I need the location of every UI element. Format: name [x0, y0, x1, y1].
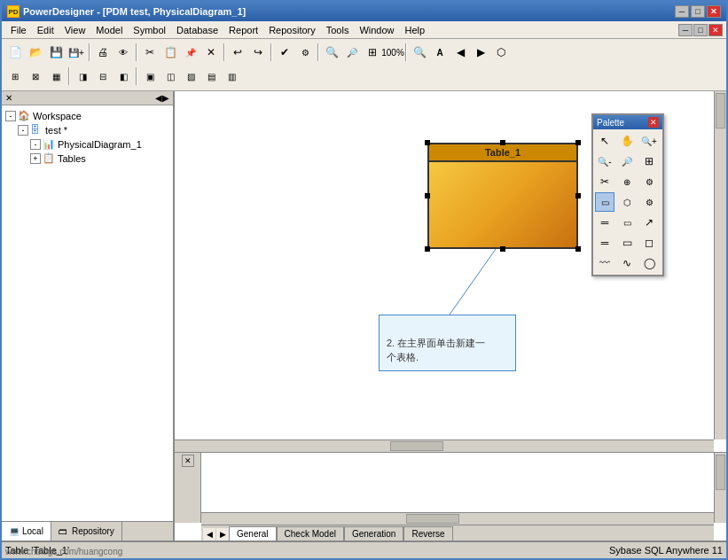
inner-close-button[interactable]: ✕ — [708, 24, 723, 36]
tb2-btn2[interactable]: ⊠ — [26, 66, 45, 86]
palette-cut-tool[interactable]: ✂ — [595, 172, 614, 191]
tb-print-button[interactable]: 🖨 — [93, 43, 113, 62]
tab-check-model[interactable]: Check Model — [277, 526, 344, 541]
tb2-btn5[interactable]: ⊟ — [93, 66, 113, 86]
tb2-btn11[interactable]: ▥ — [222, 66, 241, 86]
sidebar-close-btn[interactable]: ✕ — [5, 93, 12, 103]
test-expander[interactable]: - — [18, 125, 28, 136]
palette-zoom-out-tool[interactable]: 🔍- — [595, 152, 614, 171]
tb-zoom-percent-button[interactable]: 100% — [383, 43, 403, 62]
tab-reverse[interactable]: Reverse — [403, 526, 452, 541]
inner-maximize-button[interactable]: □ — [693, 24, 708, 36]
tb-save-all-button[interactable]: 💾+ — [67, 43, 86, 62]
tb-save-button[interactable]: 💾 — [46, 43, 66, 62]
handle-bm[interactable] — [500, 246, 505, 252]
tb-fit-button[interactable]: ⊞ — [363, 43, 382, 62]
window-maximize-button[interactable]: □ — [691, 5, 705, 18]
sidebar-tab-local[interactable]: 💻 Local — [2, 522, 51, 541]
palette-zoom-in-tool[interactable]: 🔍+ — [639, 131, 659, 151]
menu-window[interactable]: Window — [354, 23, 399, 37]
tb-cut-button[interactable]: ✂ — [140, 43, 160, 62]
tables-expander[interactable]: + — [30, 153, 41, 164]
canvas-scroll-h[interactable] — [175, 439, 714, 452]
palette-line-tool[interactable]: ═ — [595, 233, 614, 253]
tb-find-button[interactable]: 🔍 — [410, 43, 429, 62]
menu-file[interactable]: File — [5, 23, 32, 37]
palette-settings-tool[interactable]: ⚙ — [639, 172, 659, 191]
palette-curve-tool[interactable]: 〰 — [595, 253, 614, 273]
palette-wave-tool[interactable]: ∿ — [617, 253, 637, 273]
window-close-button[interactable]: ✕ — [707, 5, 721, 18]
palette-pointer-tool[interactable]: ↖ — [595, 131, 614, 151]
palette-folder-tool[interactable]: ▭ — [617, 213, 637, 232]
palette-box-tool[interactable]: ═ — [595, 213, 614, 232]
tb2-btn9[interactable]: ▧ — [181, 66, 200, 86]
tb-zoom-in-button[interactable]: 🔍 — [322, 43, 341, 62]
canvas-hscroll-thumb[interactable] — [390, 441, 443, 451]
tb-zoom-out-button[interactable]: 🔎 — [342, 43, 362, 62]
menu-database[interactable]: Database — [171, 23, 223, 37]
inner-minimize-button[interactable]: ─ — [678, 24, 693, 36]
sidebar-tab-repository[interactable]: 🗃 Repository — [51, 522, 122, 541]
tree-tables[interactable]: + 📋 Tables — [5, 152, 169, 166]
tb-preview-button[interactable]: 👁 — [114, 43, 133, 62]
palette-arrow-tool[interactable]: ↗ — [639, 213, 659, 232]
menu-view[interactable]: View — [59, 23, 91, 37]
palette-hand-tool[interactable]: ✋ — [617, 131, 637, 151]
lower-vscroll-thumb[interactable] — [716, 455, 725, 490]
handle-tm[interactable] — [500, 140, 505, 145]
canvas-vscroll-thumb[interactable] — [716, 93, 725, 128]
tab-scroll-right[interactable]: ▶ — [216, 528, 229, 541]
palette-copy-tool[interactable]: ⊕ — [617, 172, 637, 191]
tb2-btn6[interactable]: ◧ — [114, 66, 133, 86]
menu-edit[interactable]: Edit — [32, 23, 59, 37]
palette-box2-tool[interactable]: ◻ — [639, 233, 659, 253]
tb-open-button[interactable]: 📂 — [26, 43, 45, 62]
handle-tl[interactable] — [425, 140, 430, 145]
tb-check-button[interactable]: ✔ — [275, 43, 294, 62]
tb-redo-button[interactable]: ↪ — [248, 43, 268, 62]
menu-model[interactable]: Model — [90, 23, 128, 37]
palette-grid-tool[interactable]: ⊞ — [639, 152, 659, 171]
menu-report[interactable]: Report — [223, 23, 263, 37]
tb-copy-button[interactable]: 📋 — [160, 43, 180, 62]
menu-repository[interactable]: Repository — [263, 23, 321, 37]
tb2-btn7[interactable]: ▣ — [140, 66, 160, 86]
lower-scroll-v[interactable] — [714, 453, 726, 523]
tb2-btn3[interactable]: ▦ — [46, 66, 66, 86]
window-minimize-button[interactable]: ─ — [675, 5, 689, 18]
palette-close-button[interactable]: ✕ — [648, 117, 659, 128]
tree-diagram[interactable]: - 📊 PhysicalDiagram_1 — [5, 137, 169, 152]
tb-generate-button[interactable]: ⚙ — [295, 43, 315, 62]
palette-rect-tool[interactable]: ▭ — [617, 233, 637, 253]
tab-generation[interactable]: Generation — [344, 526, 403, 541]
tb2-btn4[interactable]: ◨ — [73, 66, 92, 86]
palette-ellipse-tool[interactable]: ◯ — [639, 253, 659, 273]
tb-delete-button[interactable]: ✕ — [201, 43, 221, 62]
menu-help[interactable]: Help — [400, 23, 431, 37]
sidebar-resize-btn[interactable]: ◀▶ — [155, 93, 169, 103]
lower-hscroll[interactable] — [201, 512, 714, 525]
tree-workspace[interactable]: - 🏠 Workspace — [5, 109, 169, 123]
tree-test[interactable]: - 🗄 test * — [5, 123, 169, 137]
tb2-btn8[interactable]: ◫ — [160, 66, 180, 86]
tb-extra-button[interactable]: ⬡ — [491, 43, 511, 62]
tb-font-button[interactable]: A — [430, 43, 450, 62]
menu-tools[interactable]: Tools — [321, 23, 355, 37]
handle-ml[interactable] — [425, 193, 430, 198]
tb-undo-button[interactable]: ↩ — [228, 43, 247, 62]
handle-mr[interactable] — [575, 193, 581, 198]
menu-symbol[interactable]: Symbol — [128, 23, 171, 37]
tb-forward-button[interactable]: ▶ — [471, 43, 490, 62]
lower-close-btn[interactable]: ✕ — [182, 455, 194, 467]
palette-fit-tool[interactable]: 🔎 — [617, 152, 637, 171]
palette-proc-tool[interactable]: ⚙ — [639, 192, 659, 212]
palette-view-tool[interactable]: ⬡ — [617, 192, 637, 212]
tb-back-button[interactable]: ◀ — [450, 43, 470, 62]
lower-hscroll-thumb[interactable] — [406, 514, 459, 524]
tb2-btn10[interactable]: ▤ — [201, 66, 221, 86]
diagram-expander[interactable]: - — [30, 139, 41, 150]
tab-scroll-left[interactable]: ◀ — [203, 528, 215, 541]
table-shape[interactable]: Table_1 — [427, 143, 578, 249]
canvas-area[interactable]: Table_1 2. 在主界面单击新建一 个表格. — [175, 91, 726, 452]
